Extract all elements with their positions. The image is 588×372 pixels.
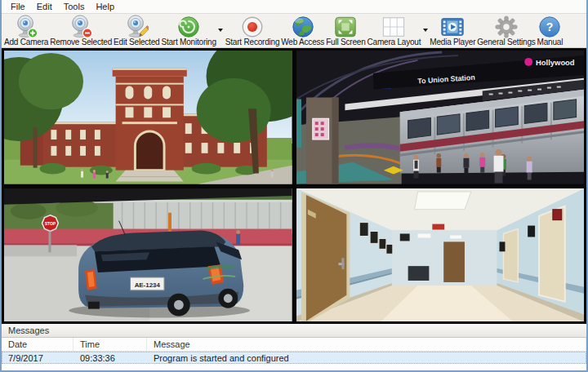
record-icon <box>240 16 265 38</box>
button-label: Edit Selected <box>114 38 159 47</box>
column-header-message[interactable]: Message <box>147 338 586 351</box>
camera-feed-garage: STOP AE-1234 <box>4 188 292 322</box>
filmstrip-play-icon <box>440 16 465 38</box>
chevron-down-icon <box>218 29 223 32</box>
button-label: General Settings <box>477 38 535 47</box>
message-text: Program is started and configured <box>147 352 586 364</box>
button-label: Manual <box>537 38 564 47</box>
menu-help[interactable]: Help <box>90 1 120 12</box>
message-date: 7/9/2017 <box>2 352 74 364</box>
gear-icon <box>494 16 519 38</box>
camera-panel-4[interactable] <box>296 188 585 322</box>
manual-button[interactable]: ? Manual <box>537 15 564 48</box>
layout-grid-icon <box>381 16 406 38</box>
web-access-button[interactable]: Web Access <box>280 15 325 48</box>
question-circle-icon: ? <box>537 16 562 38</box>
button-label: Media Player <box>430 38 475 47</box>
webcam-remove-icon <box>69 16 93 38</box>
general-settings-button[interactable]: General Settings <box>476 15 536 48</box>
chevron-down-icon <box>423 29 428 32</box>
column-header-date[interactable]: Date <box>2 338 74 351</box>
column-header-time[interactable]: Time <box>74 338 147 351</box>
start-monitoring-button[interactable]: Start Monitoring <box>160 15 216 48</box>
start-monitoring-dropdown-arrow[interactable] <box>217 19 225 41</box>
message-log-row[interactable]: 7/9/2017 09:33:36 Program is started and… <box>2 352 586 364</box>
button-label: Full Screen <box>326 38 365 47</box>
svg-text:Hollywood: Hollywood <box>536 58 575 67</box>
remove-selected-button[interactable]: Remove Selected <box>49 15 113 48</box>
webcam-add-icon <box>14 16 38 38</box>
message-time: 09:33:36 <box>74 352 147 364</box>
menubar: File Edit Tools Help <box>2 0 586 14</box>
camera-panel-3[interactable]: STOP AE-1234 <box>4 188 292 322</box>
webcam-edit-icon <box>124 16 149 38</box>
monitoring-swirl-icon <box>176 16 201 38</box>
messages-panel: Messages Date Time Message 7/9/2017 09:3… <box>2 324 586 370</box>
messages-column-headers: Date Time Message <box>2 338 586 352</box>
messages-title: Messages <box>2 324 586 338</box>
menu-tools[interactable]: Tools <box>58 1 91 12</box>
menu-file[interactable]: File <box>5 1 31 12</box>
edit-selected-button[interactable]: Edit Selected <box>113 15 160 48</box>
messages-empty-area <box>2 364 586 370</box>
button-label: Start Monitoring <box>161 38 216 47</box>
add-camera-button[interactable]: Add Camera <box>3 15 49 48</box>
button-label: Start Recording <box>225 38 279 47</box>
camera-panel-2[interactable]: To Union Station Hollywood <box>296 51 585 184</box>
menu-edit[interactable]: Edit <box>31 1 58 12</box>
media-player-button[interactable]: Media Player <box>429 15 476 48</box>
svg-text:STOP: STOP <box>45 222 56 226</box>
globe-icon <box>291 16 315 38</box>
button-label: Camera Layout <box>368 38 421 47</box>
fullscreen-icon <box>333 16 358 38</box>
toolbar: Add Camera Remove Selected Edit S <box>2 14 586 48</box>
button-label: Remove Selected <box>50 38 112 47</box>
start-recording-button[interactable]: Start Recording <box>225 15 280 48</box>
camera-feed-campus <box>4 51 292 184</box>
svg-text:AE-1234: AE-1234 <box>135 281 161 288</box>
camera-panel-1[interactable] <box>4 51 292 184</box>
camera-grid: To Union Station Hollywood <box>2 48 586 324</box>
button-label: Add Camera <box>4 38 48 47</box>
camera-layout-button[interactable]: Camera Layout <box>367 15 422 48</box>
app-window: File Edit Tools Help <box>0 0 588 372</box>
camera-layout-dropdown-arrow[interactable] <box>421 19 429 41</box>
camera-feed-hospital <box>296 188 585 322</box>
button-label: Web Access <box>281 38 324 47</box>
camera-feed-subway: To Union Station Hollywood <box>296 51 585 184</box>
svg-text:?: ? <box>546 20 554 33</box>
full-screen-button[interactable]: Full Screen <box>325 15 366 48</box>
